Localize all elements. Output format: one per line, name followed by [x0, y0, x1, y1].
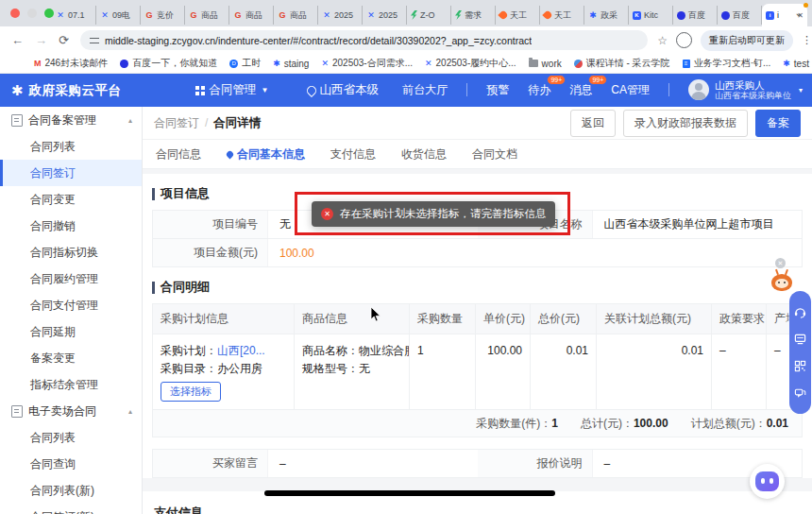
bookmark-item[interactable]: ✱staing	[273, 59, 309, 69]
tab-delivery-info[interactable]: 收货信息	[401, 146, 447, 163]
sidebar-item-indicator-balance[interactable]: 指标结余管理	[0, 371, 142, 398]
x-doc-icon: ✕	[56, 10, 65, 20]
reload-icon[interactable]: ⟳	[59, 33, 69, 47]
browser-tab[interactable]: 百度	[673, 6, 718, 25]
bookmark-item[interactable]: ✕202503-履约中心...	[425, 57, 516, 70]
sidebar-group-contract-record[interactable]: 合同备案管理▴	[0, 107, 142, 133]
zcy-logo-icon: ✱	[588, 10, 598, 20]
forward-icon[interactable]: →	[35, 33, 47, 47]
window-controls[interactable]	[10, 9, 54, 18]
chat-icon[interactable]	[794, 386, 806, 399]
bookmark-folder[interactable]: work	[529, 59, 562, 69]
sidebar-item-contract-list[interactable]: 合同列表	[0, 133, 142, 160]
g-site-icon: G	[189, 10, 198, 20]
nav-message[interactable]: 消息99+	[569, 82, 592, 98]
monitor-icon[interactable]	[794, 333, 806, 345]
sidebar-item-contract-change[interactable]: 合同变更	[0, 186, 142, 213]
sidebar-item-performance[interactable]: 合同履约管理	[0, 266, 142, 292]
sidebar-item-contract-signing[interactable]: 合同签订	[0, 160, 142, 186]
app-menu-contract[interactable]: 合同管理 ▼	[195, 82, 269, 98]
col-qty: 采购数量	[410, 304, 476, 334]
qr-code-icon[interactable]	[794, 360, 806, 372]
message-count-badge: 99+	[588, 75, 607, 85]
browser-tab[interactable]: 天工	[540, 6, 584, 25]
close-window-button[interactable]	[10, 9, 20, 18]
bookmark-item[interactable]: ✕202503-合同需求...	[321, 57, 413, 70]
relaunch-update-button[interactable]: 重新启动即可更新	[701, 30, 793, 51]
back-button[interactable]: 返回	[570, 110, 616, 137]
browser-tab[interactable]: G商品	[185, 6, 229, 25]
product-name: 物业综合服务	[359, 344, 410, 357]
region-selector[interactable]: 山西省本级	[307, 82, 380, 98]
bookmark-item[interactable]: 百度一下，你就知道	[120, 57, 217, 70]
sidebar-item-contract-extend[interactable]: 合同延期	[0, 318, 142, 345]
record-button[interactable]: 备案	[755, 110, 801, 137]
browser-tab[interactable]: 需求	[451, 6, 496, 25]
browser-tab[interactable]: ✕2025	[363, 6, 407, 25]
col-plan-info: 采购计划信息	[153, 304, 295, 334]
tab-contract-docs[interactable]: 合同文档	[472, 146, 517, 163]
sidebar-item-indicator-switch[interactable]: 合同指标切换	[0, 239, 142, 266]
browser-tab[interactable]: ✕07.1	[52, 6, 96, 25]
nav-todo[interactable]: 待办99+	[528, 82, 550, 98]
col-unit-price: 单价(元)	[476, 304, 531, 334]
browser-tab[interactable]: ✕09电	[96, 6, 141, 25]
browser-tab[interactable]: ✱政采	[584, 6, 629, 25]
browser-tab[interactable]: G商品	[229, 6, 274, 25]
browser-tab[interactable]: 百度	[718, 6, 762, 25]
detail-tabs: 合同信息 合同基本信息 支付信息 收货信息 合同文档	[143, 140, 812, 169]
browser-tab[interactable]: Z-O	[407, 6, 451, 25]
project-amount-value: 100.00	[268, 239, 478, 266]
back-icon[interactable]: ←	[11, 33, 24, 47]
select-indicator-button[interactable]: 选择指标	[161, 382, 221, 402]
g-site-icon: G	[233, 10, 243, 20]
sidebar-item-contract-list2[interactable]: 合同列表	[0, 424, 142, 451]
bookmark-star-icon[interactable]: ☆	[657, 34, 668, 47]
report-data-button[interactable]: 录入财政部报表数据	[623, 110, 748, 137]
x-doc-icon: ✕	[100, 10, 110, 20]
sidebar-item-contract-cancel[interactable]: 合同撤销	[0, 213, 142, 239]
bookmark-item[interactable]: 课程详情 - 采云学院	[574, 57, 670, 70]
browser-tab[interactable]: KKitc	[629, 6, 673, 25]
sidebar-item-contract-signing-new[interactable]: 合同签订(新)	[0, 504, 142, 514]
total-price-value: 0.01	[531, 334, 597, 410]
qty-value: 1	[410, 334, 476, 410]
browser-tab[interactable]: 天工	[496, 6, 540, 25]
browser-tab[interactable]: G竞价	[141, 6, 185, 25]
browser-menu-icon[interactable]: ⋮	[802, 34, 812, 46]
header-nav: 前台大厅 预警 待办99+ 消息99+ CA管理 山西采购人 山西省本级采购单位…	[402, 79, 812, 101]
nav-front-hall[interactable]: 前台大厅	[402, 82, 448, 98]
profile-icon[interactable]	[676, 32, 692, 48]
policy-value: –	[712, 334, 767, 410]
browser-tab[interactable]: G商品	[274, 6, 318, 25]
breadcrumb-parent[interactable]: 合同签订	[154, 115, 199, 131]
sidebar-group-emall-contract[interactable]: 电子卖场合同▴	[0, 398, 142, 424]
bookmark-item[interactable]: D工时	[229, 57, 261, 70]
bookmark-item[interactable]: M246封未读邮件	[34, 57, 108, 70]
address-bar[interactable]: middle-staging.zcygov.cn/indenture-cente…	[80, 30, 648, 50]
tab-contract-info[interactable]: 合同信息	[156, 146, 201, 163]
tab-contract-basic-info[interactable]: 合同基本信息	[227, 146, 305, 163]
bookmark-item[interactable]: ✱test	[783, 59, 809, 69]
sidebar-item-payment-manage[interactable]: 合同支付管理	[0, 292, 142, 318]
headset-icon[interactable]	[794, 306, 806, 318]
url-text[interactable]: middle-staging.zcygov.cn/indenture-cente…	[105, 35, 532, 46]
sidebar-item-record-change[interactable]: 备案变更	[0, 345, 142, 371]
minimize-window-button[interactable]	[27, 9, 37, 18]
close-icon[interactable]: ✕	[775, 258, 786, 268]
user-menu[interactable]: 山西采购人 山西省本级采购单位 ▾	[688, 79, 803, 101]
plan-link[interactable]: 山西[20...	[217, 344, 265, 357]
site-settings-icon[interactable]	[90, 37, 99, 44]
tab-payment-info[interactable]: 支付信息	[330, 146, 376, 163]
sidebar-item-contract-list-new[interactable]: 合同列表(新)	[0, 477, 142, 504]
mascot-icon[interactable]	[770, 270, 793, 291]
page-title: 合同详情	[213, 115, 261, 131]
bookmark-item[interactable]: ≡业务学习文档·钉...	[683, 57, 771, 70]
caret-up-icon: ▴	[128, 407, 132, 416]
browser-tab[interactable]: ✕2025	[318, 6, 363, 25]
tab-search-chevron-icon[interactable]: ⌄	[795, 8, 803, 18]
sidebar-item-contract-query[interactable]: 合同查询	[0, 451, 142, 477]
nav-warning[interactable]: 预警	[486, 82, 509, 98]
nav-ca-manage[interactable]: CA管理	[611, 82, 650, 98]
ai-assistant-button[interactable]	[750, 464, 785, 499]
